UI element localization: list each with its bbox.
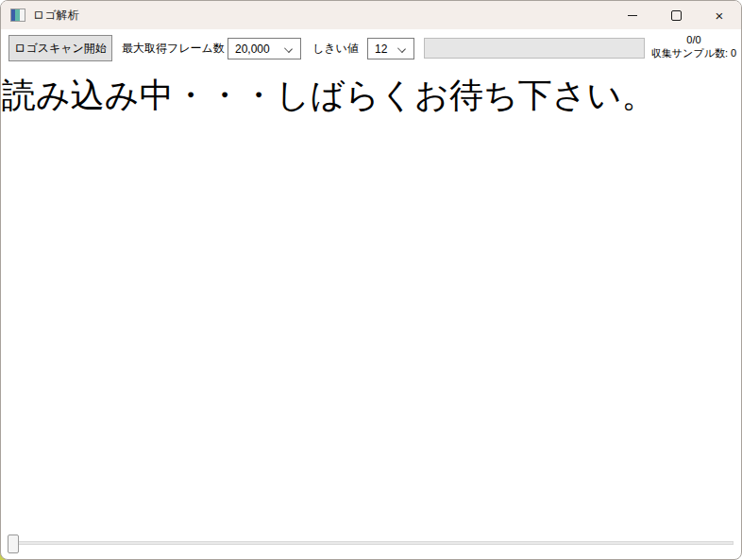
max-frames-value: 20,000 bbox=[235, 42, 270, 56]
window-title: ロゴ解析 bbox=[33, 8, 79, 24]
frame-counter: 0/0 bbox=[649, 33, 739, 46]
max-frames-combobox[interactable]: 20,000 bbox=[228, 38, 301, 59]
sample-counter: 収集サンプル数: 0 bbox=[649, 46, 739, 59]
seek-slider-thumb[interactable] bbox=[8, 535, 19, 553]
counter-block: 0/0 収集サンプル数: 0 bbox=[649, 33, 739, 59]
minimize-icon bbox=[628, 15, 637, 16]
close-button[interactable]: × bbox=[698, 1, 741, 29]
max-frames-label: 最大取得フレーム数 bbox=[122, 35, 225, 61]
titlebar: ロゴ解析 × bbox=[1, 1, 741, 29]
loading-status-message: 読み込み中・・・しばらくお待ち下さい。 bbox=[2, 73, 655, 119]
seek-slider-track[interactable] bbox=[14, 541, 734, 545]
maximize-icon bbox=[671, 10, 682, 21]
app-window: ロゴ解析 × ロゴスキャン開始 最大取得フレーム数 20,000 しきい値 12… bbox=[0, 0, 742, 560]
threshold-combobox[interactable]: 12 bbox=[367, 38, 414, 59]
app-form-icon bbox=[10, 8, 25, 22]
scan-progressbar bbox=[424, 38, 645, 59]
threshold-value: 12 bbox=[375, 42, 387, 56]
close-icon: × bbox=[716, 8, 724, 23]
maximize-button[interactable] bbox=[654, 1, 698, 29]
chevron-down-icon bbox=[397, 44, 406, 53]
minimize-button[interactable] bbox=[611, 1, 654, 29]
threshold-label: しきい値 bbox=[312, 35, 359, 61]
chevron-down-icon bbox=[284, 44, 293, 53]
logo-scan-start-button[interactable]: ロゴスキャン開始 bbox=[8, 35, 112, 61]
caption-buttons: × bbox=[611, 1, 741, 29]
